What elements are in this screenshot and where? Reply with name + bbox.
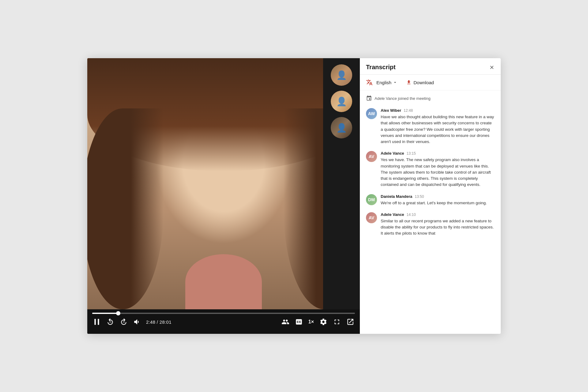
transcript-entry: AW Alex Wiber 12:48 Have we also thought… xyxy=(366,108,495,145)
controls-right: 1× xyxy=(281,317,355,326)
entry-name: Adele Vance xyxy=(381,212,404,217)
settings-icon xyxy=(319,318,327,326)
entry-name: Adele Vance xyxy=(381,151,404,156)
entry-header: Daniela Mandera 13:50 xyxy=(381,194,495,199)
entry-avatar: AW xyxy=(366,108,377,119)
svg-text:10: 10 xyxy=(123,321,125,323)
entry-header: Alex Wiber 12:48 xyxy=(381,108,495,113)
pause-button[interactable] xyxy=(92,317,101,326)
entry-header: Adele Vance 14:10 xyxy=(381,212,495,217)
svg-rect-1 xyxy=(98,319,99,325)
transcript-entry: DM Daniela Mandera 13:50 We're off to a … xyxy=(366,194,495,206)
progress-bar[interactable] xyxy=(92,311,355,315)
transcript-body: Adele Vance joined the meeting AW Alex W… xyxy=(360,90,501,334)
participants-panel: 👤 👤 👤 xyxy=(323,58,360,309)
entry-name: Alex Wiber xyxy=(381,108,401,113)
video-person xyxy=(87,58,360,309)
transcript-header: Transcript xyxy=(360,58,501,75)
fullscreen-button[interactable] xyxy=(332,317,341,326)
pause-icon xyxy=(93,318,101,326)
entry-text: Yes we have. The new safety program also… xyxy=(381,157,495,188)
entry-text: Similar to all our recent programs we ad… xyxy=(381,218,495,237)
cc-button[interactable] xyxy=(294,317,303,326)
entry-header: Adele Vance 13:15 xyxy=(381,151,495,156)
transcript-toolbar: English Download xyxy=(360,75,501,90)
download-label: Download xyxy=(413,80,434,85)
volume-icon xyxy=(133,318,141,326)
entry-text: We're off to a great start. Let's keep t… xyxy=(381,200,495,206)
entry-content: Adele Vance 13:15 Yes we have. The new s… xyxy=(381,151,495,188)
entry-content: Daniela Mandera 13:50 We're off to a gre… xyxy=(381,194,495,206)
entry-avatar: AV xyxy=(366,151,377,162)
skip-fwd-icon: 10 xyxy=(120,318,128,326)
video-main: 👤 👤 👤 xyxy=(87,58,360,309)
download-icon xyxy=(406,80,412,85)
popout-icon xyxy=(346,318,354,326)
entry-time: 13:50 xyxy=(415,194,424,199)
entry-time: 13:15 xyxy=(407,151,416,156)
speed-button[interactable]: 1× xyxy=(308,318,315,325)
settings-button[interactable] xyxy=(319,317,328,326)
language-button[interactable]: English xyxy=(374,79,400,86)
skip-back-button[interactable]: 10 xyxy=(106,317,115,326)
participant-avatar-2: 👤 xyxy=(331,91,352,112)
entry-time: 14:10 xyxy=(407,213,416,217)
participant-avatar-3: 👤 xyxy=(331,117,352,138)
popout-button[interactable] xyxy=(346,317,355,326)
transcript-entry: AV Adele Vance 13:15 Yes we have. The ne… xyxy=(366,151,495,188)
language-icon xyxy=(366,79,373,86)
entry-text: Have we also thought about building this… xyxy=(381,114,495,145)
entry-avatar: DM xyxy=(366,194,377,205)
time-display: 2:48 / 28:01 xyxy=(146,319,172,325)
entry-content: Alex Wiber 12:48 Have we also thought ab… xyxy=(381,108,495,145)
fullscreen-icon xyxy=(333,318,341,326)
skip-fwd-button[interactable]: 10 xyxy=(119,317,128,326)
entry-time: 12:48 xyxy=(404,108,413,113)
progress-fill xyxy=(92,313,118,314)
video-area: 👤 👤 👤 xyxy=(87,58,360,334)
entry-avatar: AV xyxy=(366,212,377,223)
people-icon xyxy=(281,318,289,326)
close-button[interactable] xyxy=(489,65,495,70)
close-icon xyxy=(489,65,495,70)
download-button[interactable]: Download xyxy=(404,78,436,86)
join-icon xyxy=(366,95,372,101)
skip-back-icon: 10 xyxy=(106,318,114,326)
app-container: 👤 👤 👤 xyxy=(87,58,501,334)
system-message-text: Adele Vance joined the meeting xyxy=(375,96,431,101)
transcript-entries: AW Alex Wiber 12:48 Have we also thought… xyxy=(366,108,495,237)
speed-label: 1× xyxy=(308,319,314,325)
cc-icon xyxy=(295,318,303,326)
people-button[interactable] xyxy=(281,317,290,326)
transcript-panel: Transcript English Do xyxy=(360,58,501,334)
person-shirt xyxy=(185,254,262,309)
progress-handle[interactable] xyxy=(116,311,120,315)
system-message: Adele Vance joined the meeting xyxy=(366,94,495,103)
chevron-down-icon xyxy=(393,80,398,85)
progress-track xyxy=(92,313,355,314)
svg-rect-0 xyxy=(94,319,96,325)
controls-row: 10 10 2:48 / 28:01 xyxy=(92,317,355,326)
entry-content: Adele Vance 14:10 Similar to all our rec… xyxy=(381,212,495,237)
transcript-title: Transcript xyxy=(366,64,396,71)
entry-name: Daniela Mandera xyxy=(381,194,412,199)
participant-avatar-1: 👤 xyxy=(331,64,352,86)
volume-button[interactable] xyxy=(133,317,142,326)
video-controls: 10 10 2:48 / 28:01 xyxy=(87,309,360,334)
svg-text:10: 10 xyxy=(109,321,112,323)
transcript-entry: AV Adele Vance 14:10 Similar to all our … xyxy=(366,212,495,237)
language-label: English xyxy=(376,80,391,85)
